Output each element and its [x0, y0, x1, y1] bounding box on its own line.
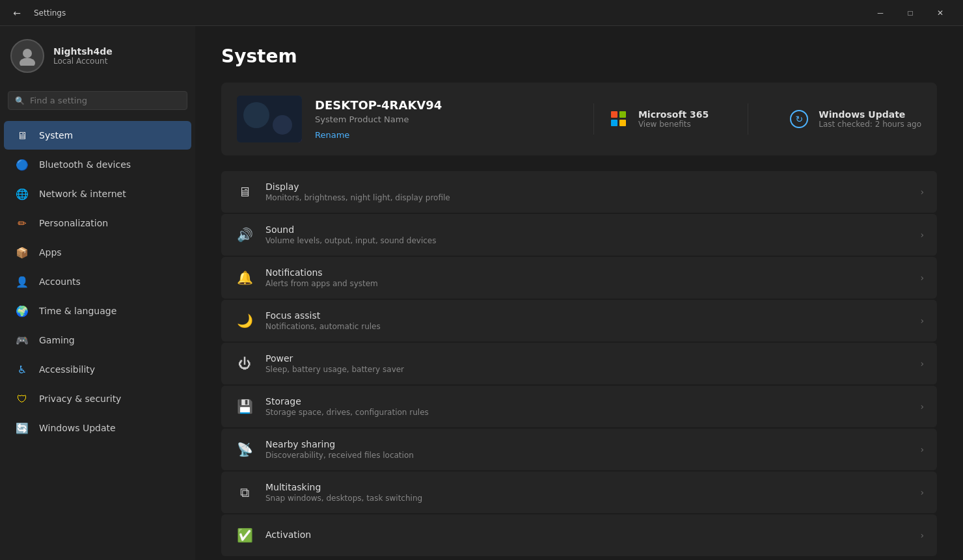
settings-icon-activation: ✅	[234, 525, 255, 546]
sidebar-item-time[interactable]: 🌍 Time & language	[4, 297, 191, 325]
settings-item-focus[interactable]: 🌙 Focus assist Notifications, automatic …	[221, 300, 937, 341]
window-controls: ─ □ ✕	[865, 3, 955, 23]
settings-desc-display: Monitors, brightness, night light, displ…	[265, 193, 910, 202]
settings-text-nearby: Nearby sharing Discoverability, received…	[265, 439, 910, 460]
nav-label-network: Network & internet	[39, 189, 126, 199]
divider	[593, 103, 594, 135]
settings-icon-storage: 💾	[234, 396, 255, 417]
settings-icon-notifications: 🔔	[234, 267, 255, 288]
settings-title-power: Power	[265, 353, 910, 364]
settings-text-power: Power Sleep, battery usage, battery save…	[265, 353, 910, 374]
sidebar-item-accessibility[interactable]: ♿ Accessibility	[4, 355, 191, 384]
settings-desc-storage: Storage space, drives, configuration rul…	[265, 408, 910, 417]
banner-extras: Microsoft 365 View benefits ↻ Windows Up…	[607, 103, 921, 135]
windows-update-item[interactable]: ↻ Windows Update Last checked: 2 hours a…	[787, 103, 921, 135]
divider2	[748, 103, 748, 135]
settings-item-display[interactable]: 🖥 Display Monitors, brightness, night li…	[221, 171, 937, 213]
settings-text-notifications: Notifications Alerts from apps and syste…	[265, 267, 910, 288]
nav-label-accessibility: Accessibility	[39, 364, 95, 375]
wu-text: Windows Update Last checked: 2 hours ago	[819, 109, 921, 129]
nav-label-system: System	[39, 130, 73, 140]
settings-text-display: Display Monitors, brightness, night ligh…	[265, 181, 910, 202]
nav-icon-apps: 📦	[14, 245, 30, 260]
system-banner: DESKTOP-4RAKV94 System Product Name Rena…	[221, 83, 937, 155]
settings-text-activation: Activation	[265, 529, 910, 541]
settings-item-storage[interactable]: 💾 Storage Storage space, drives, configu…	[221, 386, 937, 427]
main-content: System DESKTOP-4RAKV94 System Product Na…	[195, 26, 963, 560]
sidebar-item-privacy[interactable]: 🛡 Privacy & security	[4, 384, 191, 413]
nav-icon-network: 🌐	[14, 186, 30, 202]
settings-title-nearby: Nearby sharing	[265, 439, 910, 449]
settings-item-activation[interactable]: ✅ Activation ›	[221, 514, 937, 556]
nav-label-time: Time & language	[39, 306, 116, 316]
system-image	[237, 96, 302, 142]
titlebar-left: ← Settings	[8, 4, 66, 22]
settings-text-sound: Sound Volume levels, output, input, soun…	[265, 224, 910, 245]
nav-label-update: Windows Update	[39, 423, 116, 433]
nav-icon-gaming: 🎮	[14, 332, 30, 348]
rename-link[interactable]: Rename	[315, 130, 349, 140]
app-title: Settings	[34, 8, 66, 18]
nav-icon-system: 🖥	[14, 127, 30, 143]
settings-desc-notifications: Alerts from apps and system	[265, 279, 910, 288]
sidebar-item-update[interactable]: 🔄 Windows Update	[4, 414, 191, 442]
nav-icon-personalization: ✏	[14, 215, 30, 231]
close-button[interactable]: ✕	[925, 3, 955, 23]
chevron-icon-display: ›	[920, 187, 924, 197]
settings-title-multitasking: Multitasking	[265, 482, 910, 492]
settings-title-storage: Storage	[265, 396, 910, 407]
settings-item-power[interactable]: ⏻ Power Sleep, battery usage, battery sa…	[221, 343, 937, 384]
ms365-item[interactable]: Microsoft 365 View benefits	[607, 103, 709, 135]
ms365-title: Microsoft 365	[638, 109, 709, 120]
user-info: Nightsh4de Local Account	[53, 46, 113, 66]
nav-label-privacy: Privacy & security	[39, 393, 121, 404]
sidebar-item-personalization[interactable]: ✏ Personalization	[4, 209, 191, 237]
wu-title: Windows Update	[819, 109, 921, 120]
chevron-icon-focus: ›	[920, 315, 924, 326]
minimize-button[interactable]: ─	[865, 3, 895, 23]
settings-icon-power: ⏻	[234, 353, 255, 374]
nav-icon-privacy: 🛡	[14, 391, 30, 407]
maximize-button[interactable]: □	[895, 3, 925, 23]
product-name: System Product Name	[315, 114, 580, 124]
nav-label-personalization: Personalization	[39, 218, 108, 228]
nav-label-gaming: Gaming	[39, 335, 75, 345]
sidebar-item-bluetooth[interactable]: 🔵 Bluetooth & devices	[4, 150, 191, 179]
chevron-icon-nearby: ›	[920, 444, 924, 455]
settings-icon-display: 🖥	[234, 181, 255, 202]
settings-desc-sound: Volume levels, output, input, sound devi…	[265, 236, 910, 245]
settings-title-notifications: Notifications	[265, 267, 910, 278]
settings-desc-focus: Notifications, automatic rules	[265, 322, 910, 331]
settings-item-sound[interactable]: 🔊 Sound Volume levels, output, input, so…	[221, 214, 937, 256]
chevron-icon-activation: ›	[920, 530, 924, 540]
settings-title-display: Display	[265, 181, 910, 192]
settings-desc-power: Sleep, battery usage, battery saver	[265, 365, 910, 374]
nav-label-bluetooth: Bluetooth & devices	[39, 159, 131, 170]
settings-icon-sound: 🔊	[234, 224, 255, 245]
settings-item-notifications[interactable]: 🔔 Notifications Alerts from apps and sys…	[221, 257, 937, 299]
sidebar-item-apps[interactable]: 📦 Apps	[4, 238, 191, 267]
sidebar-item-accounts[interactable]: 👤 Accounts	[4, 267, 191, 296]
chevron-icon-power: ›	[920, 358, 924, 369]
nav-icon-accounts: 👤	[14, 274, 30, 289]
sidebar-item-gaming[interactable]: 🎮 Gaming	[4, 326, 191, 354]
ms365-icon	[607, 107, 631, 131]
nav-icon-bluetooth: 🔵	[14, 157, 30, 172]
user-type: Local Account	[53, 57, 113, 66]
wu-subtitle: Last checked: 2 hours ago	[819, 120, 921, 129]
svg-point-0	[23, 49, 32, 58]
user-profile[interactable]: Nightsh4de Local Account	[0, 26, 195, 86]
nav-icon-accessibility: ♿	[14, 362, 30, 377]
settings-icon-multitasking: ⧉	[234, 482, 255, 503]
settings-item-nearby[interactable]: 📡 Nearby sharing Discoverability, receiv…	[221, 429, 937, 470]
ms365-subtitle: View benefits	[638, 120, 709, 129]
ms365-text: Microsoft 365 View benefits	[638, 109, 709, 129]
settings-title-activation: Activation	[265, 529, 910, 540]
settings-item-multitasking[interactable]: ⧉ Multitasking Snap windows, desktops, t…	[221, 472, 937, 513]
search-input[interactable]	[30, 96, 180, 105]
sidebar-item-system[interactable]: 🖥 System	[4, 121, 191, 150]
sidebar-item-network[interactable]: 🌐 Network & internet	[4, 180, 191, 208]
chevron-icon-notifications: ›	[920, 273, 924, 283]
back-button[interactable]: ←	[8, 4, 26, 22]
search-container: 🔍	[0, 86, 195, 120]
